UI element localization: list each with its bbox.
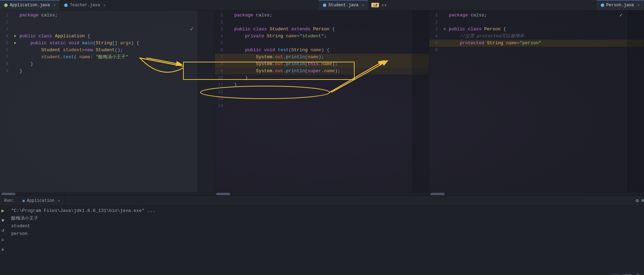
person-line-1: 1 package calss; ✓ — [429, 12, 644, 19]
student-line-2: 2 — [215, 19, 429, 26]
minimap-application — [197, 10, 214, 192]
code-area-person[interactable]: 1 package calss; ✓ 2 3 ◎ public class Pe… — [429, 10, 644, 192]
bottom-tab-application[interactable]: ▣ Application ✕ — [18, 196, 65, 205]
bottom-tab-close[interactable]: ✕ — [58, 199, 60, 203]
console-output-3: person — [11, 230, 641, 238]
checkmark-icon-person: ✓ — [619, 12, 623, 19]
person-line-4: 4 //父类 protected可以被继承 — [429, 33, 644, 40]
output-line-2: student — [11, 222, 30, 230]
scroll-lock-button[interactable]: ≡ — [1, 236, 4, 244]
tab-icon-application — [4, 3, 8, 7]
code-area-application[interactable]: 1 package calss; 2 3 ✓ 4 ▶ public cl — [0, 10, 214, 192]
bottom-panel: Run: ▣ Application ✕ ⚙ ⊠ ▶ ▼ ↺ ≡ ⊕ "C:\P… — [0, 195, 644, 272]
student-line-5: 5 — [215, 40, 429, 47]
student-line-6: 6 public void test(String name) { — [215, 47, 429, 54]
student-line-10: 10 } — [215, 75, 429, 82]
tab-label-person: Person.java — [606, 3, 634, 8]
code-line-1: 1 package calss; — [0, 12, 214, 19]
expand-icon[interactable]: ⊠ — [642, 198, 644, 203]
tab-close-teacher[interactable]: ✕ — [104, 3, 106, 7]
scrollbar-student[interactable] — [215, 192, 429, 195]
student-line-9: 9 System.out.println(super.name); — [215, 68, 429, 75]
code-area-student[interactable]: 1 package calss; 2 3 public class Studen… — [215, 10, 429, 192]
tab-label-teacher: Teacher.java — [70, 3, 100, 8]
chevron-down[interactable]: ∨ — [385, 3, 387, 7]
student-line-3: 3 public class Student extends Person { — [215, 26, 429, 33]
console-output-1: 酸梅汤小王子 — [11, 215, 641, 222]
tab-close-student[interactable]: ✕ — [362, 3, 364, 7]
console-command-line: "C:\Program Files\Java\jdk1.8.0_131\bin\… — [11, 207, 641, 215]
run-arrow-4: ▶ — [14, 33, 16, 40]
student-line-1: 1 package calss; — [215, 12, 429, 19]
run-arrow-5: ▶ — [14, 40, 16, 47]
tab-icon-teacher — [64, 3, 68, 7]
tab-icon-person — [601, 3, 604, 7]
person-line-5: 5 protected String name="person" — [429, 40, 644, 47]
tab-bar: Application.java ✕ Teacher.java ✕ Studen… — [0, 0, 644, 10]
tab-label-application: Application.java — [10, 3, 50, 8]
tab-teacher[interactable]: Teacher.java ✕ — [60, 0, 110, 10]
output-line-1: 酸梅汤小王子 — [11, 215, 38, 222]
terminal-icon: ▣ — [23, 199, 25, 203]
settings-icon[interactable]: ⚙ — [636, 198, 638, 204]
student-line-4: 4 private String name="student"; — [215, 33, 429, 40]
output-line-3: person — [11, 230, 28, 238]
tab-close-application[interactable]: ✕ — [53, 3, 55, 7]
bottom-toolbar: ▶ ▼ ↺ ≡ ⊕ — [1, 207, 4, 254]
code-line-7: 7 student.test( name: "酸梅汤小王子" — [0, 54, 214, 61]
scroll-thumb-application[interactable] — [1, 193, 15, 195]
person-line-3: 3 ◎ public class Person { — [429, 26, 644, 33]
code-line-3: 3 ✓ — [0, 26, 214, 33]
tab-application[interactable]: Application.java ✕ — [0, 0, 60, 10]
status-right-text: CSDN @缘友一世 — [611, 273, 640, 275]
code-line-2: 2 — [0, 19, 214, 26]
student-line-7: 7 System.out.println(name); — [215, 54, 429, 61]
bottom-content: ▶ ▼ ↺ ≡ ⊕ "C:\Program Files\Java\jdk1.8.… — [0, 206, 644, 272]
code-line-9: 9 } — [0, 68, 214, 75]
status-bar: CSDN @缘友一世 — [0, 272, 644, 275]
student-line-8: 8 System.out.println(this.name); — [215, 61, 429, 68]
run-label: Run: — [0, 198, 18, 203]
student-line-14: 14 — [215, 102, 429, 109]
scroll-thumb-student[interactable] — [216, 193, 230, 195]
pin-button[interactable]: ⊕ — [1, 246, 4, 254]
tab-person[interactable]: Person.java ✕ — [597, 0, 644, 10]
code-line-5: 5 ▶ public static void main(String[] arg… — [0, 40, 214, 47]
person-line-6: 6 — [429, 47, 644, 54]
panel-student: 1 package calss; 2 3 public class Studen… — [215, 10, 430, 195]
scrollbar-application[interactable] — [0, 192, 214, 195]
tab-label-student: Student.java — [328, 3, 358, 8]
editor-area: 1 package calss; 2 3 ✓ 4 ▶ public cl — [0, 10, 644, 195]
minimap-student — [411, 10, 429, 192]
bottom-output: "C:\Program Files\Java\jdk1.8.0_131\bin\… — [3, 207, 641, 238]
code-line-6: 6 Student student=new Student(); — [0, 47, 214, 54]
tab-student[interactable]: Student.java ✕ — [319, 0, 369, 10]
person-line-2: 2 — [429, 19, 644, 26]
checkmark-icon: ✓ — [190, 26, 194, 33]
warning-badge: △2 — [371, 3, 379, 7]
stop-button[interactable]: ▼ — [1, 217, 4, 224]
panel-application: 1 package calss; 2 3 ✓ 4 ▶ public cl — [0, 10, 215, 195]
code-line-8: 8 } — [0, 61, 214, 68]
tab-close-person[interactable]: ✕ — [637, 3, 639, 7]
code-line-4: 4 ▶ public class Application { — [0, 33, 214, 40]
student-line-12: 12 — [215, 89, 429, 96]
console-output-2: student — [11, 222, 641, 230]
circle-icon-3: ◎ — [444, 26, 446, 33]
student-line-13: 13 — [215, 96, 429, 102]
bottom-tab-bar: Run: ▣ Application ✕ ⚙ ⊠ — [0, 196, 644, 206]
panel-person: 1 package calss; ✓ 2 3 ◎ public class Pe… — [429, 10, 644, 195]
student-line-11: 11 } — [215, 82, 429, 89]
tab-icon-student — [323, 3, 326, 7]
scroll-thumb-person[interactable] — [431, 193, 445, 195]
run-button[interactable]: ▶ — [1, 207, 4, 215]
rerun-button[interactable]: ↺ — [1, 227, 4, 234]
command-text: "C:\Program Files\Java\jdk1.8.0_131\bin\… — [11, 207, 155, 215]
bottom-tab-label: Application — [27, 198, 54, 203]
scrollbar-person[interactable] — [429, 192, 644, 195]
chevron-up[interactable]: ∧ — [382, 3, 384, 7]
minimap-person — [626, 10, 644, 192]
